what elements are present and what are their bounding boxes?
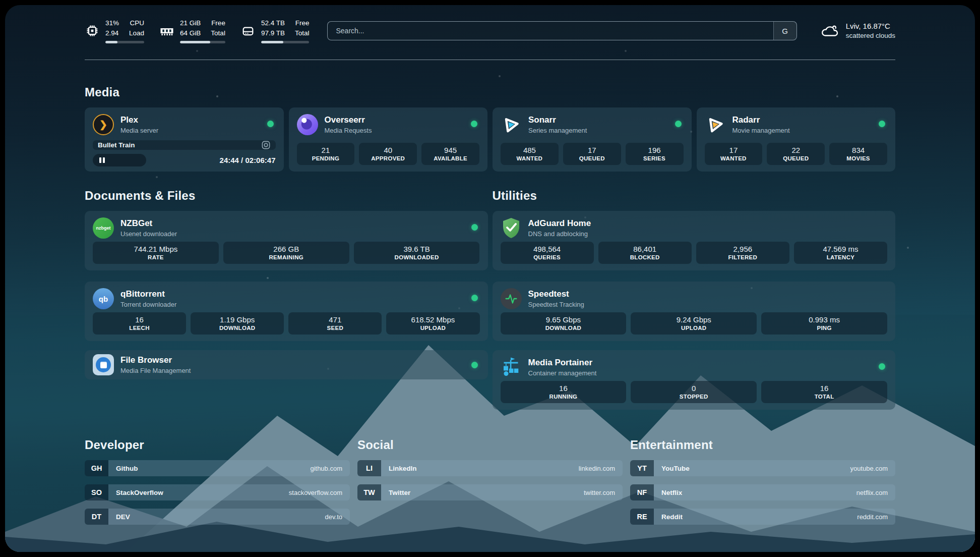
stat-value: 21 bbox=[299, 146, 353, 154]
bookmark-linkedin[interactable]: LI LinkedIn linkedin.com bbox=[357, 460, 623, 476]
service-card-radarr[interactable]: Radarr Movie management 17 WANTED 22 QUE… bbox=[697, 107, 896, 172]
plex-titles: Plex Media server bbox=[120, 115, 158, 134]
radarr-status-dot bbox=[879, 121, 885, 127]
bookmark-name: StackOverflow bbox=[116, 489, 163, 496]
service-card-filebrowser[interactable]: File Browser Media File Management bbox=[85, 350, 488, 379]
stat-tile-movies: 834 MOVIES bbox=[829, 143, 887, 165]
service-card-nzbget[interactable]: nzbget NZBGet Usenet downloader 744.21 M… bbox=[85, 211, 488, 270]
stat-tile-ping: 0.993 ms PING bbox=[761, 312, 887, 335]
radarr-icon bbox=[705, 114, 726, 135]
stat-label: RUNNING bbox=[503, 394, 625, 400]
service-desc: Container management bbox=[528, 369, 597, 377]
bookmark-youtube[interactable]: YT YouTube youtube.com bbox=[630, 460, 895, 476]
radarr-titles: Radarr Movie management bbox=[732, 115, 790, 134]
stat-tile-filtered: 2,956 FILTERED bbox=[696, 242, 789, 264]
memory-stat-body: 21 GiB 64 GiB Free Total bbox=[180, 18, 225, 43]
service-desc: DNS and adblocking bbox=[528, 230, 591, 238]
bookmark-twitter[interactable]: TW Twitter twitter.com bbox=[357, 484, 623, 500]
overseerr-titles: Overseerr Media Requests bbox=[325, 115, 372, 134]
stat-tile-remaining: 266 GB REMAINING bbox=[223, 242, 349, 264]
service-card-speedtest[interactable]: Speedtest Speedtest Tracking 9.65 Gbps D… bbox=[493, 282, 896, 341]
entertainment-section-title: Entertainment bbox=[630, 438, 895, 452]
cpu-usage-value: 31% bbox=[105, 18, 119, 28]
developer-section-title: Developer bbox=[85, 438, 350, 452]
bookmark-netflix[interactable]: NF Netflix netflix.com bbox=[630, 484, 895, 500]
stat-value: 498,564 bbox=[503, 245, 592, 253]
stat-tile-running: 16 RUNNING bbox=[501, 381, 627, 403]
stat-tile-queued: 17 QUEUED bbox=[563, 143, 621, 165]
service-desc: Speedtest Tracking bbox=[528, 301, 584, 308]
snow-speckles bbox=[5, 5, 6, 6]
cpu-load-label: Load bbox=[129, 28, 144, 38]
stat-value: 9.24 Gbps bbox=[633, 315, 755, 324]
stat-label: LEECH bbox=[95, 325, 184, 331]
bookmark-github[interactable]: GH Github github.com bbox=[85, 460, 350, 476]
stat-value: 471 bbox=[290, 315, 380, 324]
video-icon[interactable] bbox=[261, 140, 271, 150]
stat-label: MOVIES bbox=[831, 155, 885, 161]
sonarr-titles: Sonarr Series management bbox=[528, 115, 587, 134]
media-cards-grid: ❯ Plex Media server Bullet Train bbox=[85, 107, 895, 172]
stat-value: 0 bbox=[633, 384, 755, 393]
service-card-qbittorrent[interactable]: qb qBittorrent Torrent downloader 16 LEE… bbox=[85, 282, 488, 341]
stat-tile-wanted: 17 WANTED bbox=[705, 143, 763, 165]
disk-progress-track bbox=[261, 41, 310, 43]
stat-label: RATE bbox=[95, 254, 217, 260]
bookmark-stackoverflow[interactable]: SO StackOverflow stackoverflow.com bbox=[85, 484, 350, 500]
stat-value: 40 bbox=[361, 146, 415, 154]
weather-location-temp: Lviv, 16.87°C bbox=[846, 21, 895, 31]
cpu-chip-icon bbox=[85, 23, 100, 38]
bookmark-reddit[interactable]: RE Reddit reddit.com bbox=[630, 509, 895, 525]
service-card-sonarr[interactable]: Sonarr Series management 485 WANTED 17 Q… bbox=[493, 107, 692, 172]
service-name: Radarr bbox=[732, 115, 790, 125]
stat-value: 39.6 TB bbox=[356, 245, 478, 253]
service-card-portainer[interactable]: Media Portainer Container management 16 … bbox=[493, 350, 896, 410]
dashboard-content: 31% 2.94 CPU Load bbox=[5, 5, 975, 552]
utilities-column: Utilities bbox=[493, 189, 896, 410]
stat-value: 945 bbox=[423, 146, 477, 154]
stat-tile-download: 1.19 Gbps DOWNLOAD bbox=[191, 312, 284, 335]
filebrowser-icon bbox=[93, 354, 114, 375]
stat-label: SERIES bbox=[628, 155, 682, 161]
pause-button[interactable] bbox=[93, 154, 146, 166]
stat-label: UPLOAD bbox=[633, 325, 755, 331]
disk-total-label: Total bbox=[295, 28, 310, 38]
qbittorrent-titles: qBittorrent Torrent downloader bbox=[120, 289, 176, 308]
stat-value: 266 GB bbox=[225, 245, 347, 253]
service-name: Speedtest bbox=[528, 289, 584, 299]
stat-label: TOTAL bbox=[763, 394, 885, 400]
service-desc: Usenet downloader bbox=[120, 230, 177, 238]
search-bar: G bbox=[327, 21, 797, 40]
stat-tile-downloaded: 39.6 TB DOWNLOADED bbox=[354, 242, 480, 264]
cpu-progress-track bbox=[105, 41, 144, 43]
service-card-plex[interactable]: ❯ Plex Media server Bullet Train bbox=[85, 107, 284, 172]
stat-label: STOPPED bbox=[633, 394, 755, 400]
stat-value: 17 bbox=[565, 146, 619, 154]
stat-value: 485 bbox=[503, 146, 557, 154]
disk-stat-widget: 52.4 TB 97.9 TB Free Total bbox=[240, 18, 310, 43]
pause-icon bbox=[99, 157, 101, 163]
bookmark-url: youtube.com bbox=[850, 465, 888, 472]
service-desc: Media File Management bbox=[120, 367, 191, 374]
search-input[interactable] bbox=[328, 22, 773, 40]
service-name: NZBGet bbox=[120, 218, 177, 229]
stat-label: DOWNLOAD bbox=[503, 325, 625, 331]
service-card-overseerr[interactable]: Overseerr Media Requests 21 PENDING 40 A… bbox=[289, 107, 488, 172]
stat-tile-wanted: 485 WANTED bbox=[501, 143, 559, 165]
filebrowser-status-dot bbox=[471, 362, 478, 368]
search-provider-button[interactable]: G bbox=[773, 22, 797, 40]
bookmark-abbr: DT bbox=[85, 509, 108, 525]
disk-free-value: 52.4 TB bbox=[261, 18, 285, 28]
stat-tile-leech: 16 LEECH bbox=[93, 312, 186, 335]
weather-widget: Lviv, 16.87°C scattered clouds bbox=[820, 21, 895, 40]
service-card-adguard[interactable]: AdGuard Home DNS and adblocking 498,564 … bbox=[493, 211, 896, 270]
memory-total-value: 64 GiB bbox=[180, 28, 201, 38]
plex-icon: ❯ bbox=[93, 114, 114, 135]
bookmark-url: dev.to bbox=[325, 513, 342, 521]
service-name: Media Portainer bbox=[528, 358, 597, 368]
bookmark-abbr: NF bbox=[630, 484, 654, 500]
bookmark-dev[interactable]: DT DEV dev.to bbox=[85, 509, 350, 525]
bookmark-name: Netflix bbox=[661, 489, 682, 496]
stat-tile-upload: 9.24 Gbps UPLOAD bbox=[631, 312, 757, 335]
stat-label: WANTED bbox=[707, 155, 761, 161]
